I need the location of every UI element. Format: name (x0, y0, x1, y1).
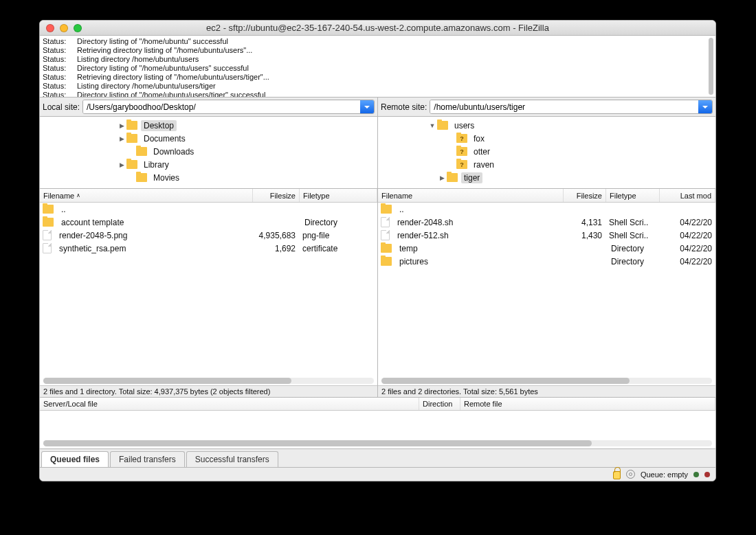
cell-filesize: 4,131 (563, 218, 605, 227)
disclosure-triangle-icon[interactable]: ▶ (437, 174, 447, 181)
lock-icon[interactable] (613, 471, 621, 479)
remote-list-body[interactable]: ..render-2048.sh4,131Shell Scri..04/22/2… (378, 203, 715, 376)
list-item[interactable]: .. (378, 203, 715, 216)
list-item[interactable]: render-2048-5.png4,935,683png-file (40, 229, 377, 242)
col-remote-file[interactable]: Remote file (460, 398, 715, 410)
disclosure-triangle-icon[interactable]: ▶ (117, 122, 126, 129)
tree-item[interactable]: ▶Library (40, 158, 377, 171)
chevron-down-icon[interactable] (360, 100, 374, 113)
folder-icon (136, 173, 147, 182)
cell-filename: temp (396, 244, 565, 253)
tree-item-label: fox (471, 133, 487, 144)
tree-item-label: Movies (151, 172, 182, 183)
remote-site-input[interactable] (430, 100, 698, 113)
list-item[interactable]: picturesDirectory04/22/20 (378, 255, 715, 268)
folder-icon (437, 121, 448, 130)
tree-item[interactable]: Downloads (40, 145, 377, 158)
list-item[interactable]: .. (40, 203, 377, 216)
tree-item[interactable]: otter (378, 145, 715, 158)
disclosure-triangle-icon[interactable]: ▶ (117, 161, 126, 168)
col-filesize[interactable]: Filesize (564, 189, 606, 202)
folder-icon (136, 147, 147, 156)
col-direction[interactable]: Direction (419, 398, 460, 410)
col-filesize[interactable]: Filesize (253, 189, 300, 202)
window-controls (40, 24, 82, 32)
remote-site-combo[interactable] (430, 100, 713, 114)
folder-icon (381, 257, 392, 266)
list-item[interactable]: render-2048.sh4,131Shell Scri..04/22/20 (378, 216, 715, 229)
list-item[interactable]: account templateDirectory (40, 216, 377, 229)
log-message: Directory listing of "/home/ubuntu/users… (77, 64, 249, 73)
col-filetype[interactable]: Filetype (606, 189, 660, 202)
tab-success[interactable]: Successful transfers (186, 451, 278, 467)
col-filename[interactable]: Filename (43, 192, 74, 200)
chevron-down-icon[interactable] (698, 100, 712, 113)
tab-failed[interactable]: Failed transfers (110, 451, 185, 467)
tree-item[interactable]: ▶tiger (378, 171, 715, 184)
col-lastmod[interactable]: Last mod (660, 189, 715, 202)
zoom-icon[interactable] (74, 24, 82, 32)
tree-item-label: otter (471, 146, 493, 157)
close-icon[interactable] (46, 24, 54, 32)
folder-icon (381, 244, 392, 253)
scrollbar-horizontal[interactable] (43, 378, 374, 384)
scrollbar-horizontal[interactable] (43, 440, 712, 446)
folder-icon (447, 173, 458, 182)
transfer-queue[interactable] (40, 411, 715, 448)
tab-queued[interactable]: Queued files (41, 451, 109, 467)
log-status-label: Status: (43, 46, 77, 55)
cell-filename: pictures (396, 257, 565, 266)
remote-tree[interactable]: ▼usersfoxotterraven▶tiger (378, 117, 715, 188)
minimize-icon[interactable] (60, 24, 68, 32)
tree-item-label: Desktop (141, 120, 177, 131)
col-server-local[interactable]: Server/Local file (40, 398, 419, 410)
cell-filesize: 1,692 (252, 244, 299, 253)
local-site-label: Local site: (43, 102, 80, 112)
folder-icon (126, 121, 137, 130)
cell-filetype: Directory (608, 244, 661, 253)
tree-item[interactable]: ▶Documents (40, 132, 377, 145)
list-item[interactable]: render-512.sh1,430Shell Scri..04/22/20 (378, 229, 715, 242)
col-filetype[interactable]: Filetype (300, 189, 377, 202)
queue-tabs: Queued files Failed transfers Successful… (40, 448, 715, 467)
gear-icon[interactable] (626, 470, 635, 479)
local-site-input[interactable] (83, 100, 360, 113)
queue-columns[interactable]: Server/Local file Direction Remote file (40, 397, 715, 411)
cell-filetype: Shell Scri.. (605, 218, 659, 227)
local-columns[interactable]: Filename∧ Filesize Filetype (40, 189, 377, 203)
tree-item[interactable]: raven (378, 158, 715, 171)
local-list-body[interactable]: ..account templateDirectoryrender-2048-5… (40, 203, 377, 376)
message-log[interactable]: Status:Directory listing of "/home/ubunt… (40, 36, 715, 98)
scrollbar-vertical[interactable] (709, 38, 713, 95)
tree-item[interactable]: Movies (40, 171, 377, 184)
folder-icon (456, 160, 467, 169)
cell-filename: account template (58, 218, 254, 227)
tree-item-label: raven (471, 159, 497, 170)
window-title: ec2 - sftp://ubuntu@ec2-35-167-240-54.us… (40, 23, 715, 33)
remote-site-label: Remote site: (381, 102, 427, 112)
tree-item-label: Library (141, 159, 172, 170)
remote-columns[interactable]: Filename Filesize Filetype Last mod (378, 189, 715, 203)
disclosure-triangle-icon[interactable]: ▼ (427, 122, 437, 129)
tree-item[interactable]: ▼users (378, 119, 715, 132)
log-message: Directory listing of "/home/ubuntu" succ… (77, 37, 228, 46)
file-icon (43, 243, 52, 253)
cell-filetype: Shell Scri.. (605, 231, 659, 240)
local-site-combo[interactable] (82, 100, 375, 114)
list-item[interactable]: tempDirectory04/22/20 (378, 242, 715, 255)
disclosure-triangle-icon[interactable]: ▶ (117, 135, 126, 142)
cell-filename: render-2048-5.png (56, 231, 252, 240)
scrollbar-horizontal[interactable] (381, 378, 712, 384)
local-file-list: Filename∧ Filesize Filetype ..account te… (40, 189, 378, 397)
cell-filename: synthetic_rsa.pem (56, 244, 252, 253)
col-filename[interactable]: Filename (378, 189, 564, 202)
log-status-label: Status: (43, 64, 77, 73)
tree-item-label: tiger (461, 172, 482, 183)
path-bar: Local site: Remote site: (40, 98, 715, 117)
local-tree[interactable]: ▶Desktop▶DocumentsDownloads▶LibraryMovie… (40, 117, 378, 188)
titlebar[interactable]: ec2 - sftp://ubuntu@ec2-35-167-240-54.us… (40, 21, 715, 36)
local-path-pane: Local site: (40, 98, 378, 116)
list-item[interactable]: synthetic_rsa.pem1,692certificate (40, 242, 377, 255)
tree-item[interactable]: ▶Desktop (40, 119, 377, 132)
tree-item[interactable]: fox (378, 132, 715, 145)
